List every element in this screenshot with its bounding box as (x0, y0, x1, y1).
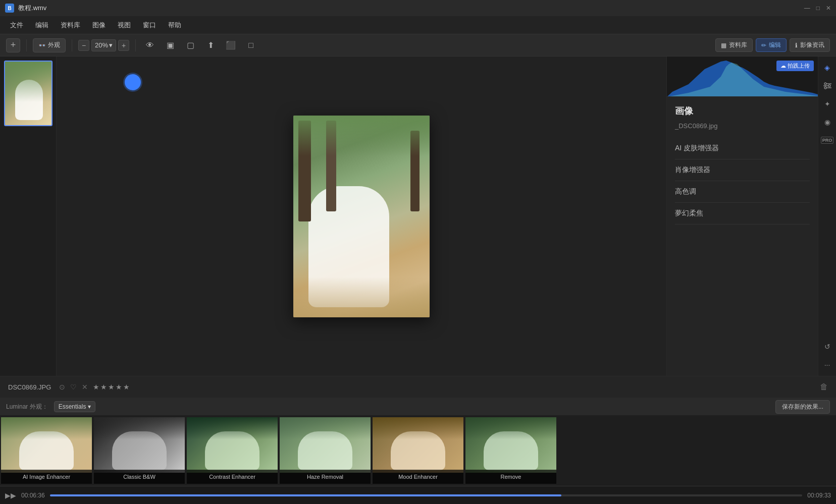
panel-title: 画像 (675, 105, 810, 117)
main-photo (293, 116, 430, 317)
star-3[interactable]: ★ (108, 383, 115, 391)
toolbar: + 👓 外观 − 20% ▾ + 👁 ▣ ▢ ⬆ ⬛ □ ▦ 资料库 ✏ 编辑 … (0, 34, 836, 57)
thumbnail-image (5, 62, 51, 125)
sidebar-icon-layers[interactable]: ◈ (820, 61, 834, 75)
preset-label-haze: Haze Removal (280, 470, 371, 484)
zoom-value[interactable]: 20% ▾ (91, 39, 116, 51)
menubar: 文件编辑资料库图像视图窗口帮助 (0, 16, 836, 34)
cloud-icon: ☁ (780, 63, 786, 69)
titlebar: B 教程.wmv — □ ✕ (0, 0, 836, 16)
preset-label-bw: Classic B&W (94, 470, 185, 484)
feature-ai-skin[interactable]: AI 皮肤增强器 (675, 138, 810, 159)
info-tab-button[interactable]: ℹ 影像资讯 (790, 38, 830, 52)
appearance-button[interactable]: 👓 外观 (33, 38, 66, 52)
toolbar-separator-2 (72, 39, 72, 51)
menu-item-视图[interactable]: 视图 (113, 19, 136, 32)
add-button[interactable]: + (6, 38, 20, 52)
grid-button[interactable]: ⬛ (223, 38, 239, 52)
total-time: 00:09:33 (807, 492, 831, 499)
preset-label-contrast: Contrast Enhancer (187, 470, 278, 484)
preset-thumb-ai (1, 417, 92, 473)
upload-button[interactable]: ☁ 拍践上传 (776, 61, 814, 71)
preset-item-haze[interactable]: Haze Removal (280, 417, 371, 484)
status-x-icon[interactable]: ✕ (82, 383, 88, 391)
svg-point-2 (828, 85, 830, 87)
preset-item-contrast[interactable]: Contrast Enhancer (187, 417, 278, 484)
star-5[interactable]: ★ (123, 383, 130, 391)
feature-portrait[interactable]: 肖像增强器 (675, 159, 810, 181)
sidebar-icon-history[interactable]: ↺ (820, 340, 834, 354)
appearance-icon: 👓 (38, 42, 46, 49)
menu-item-窗口[interactable]: 窗口 (138, 19, 161, 32)
toolbar-separator (26, 39, 27, 51)
preset-thumb-mood (373, 417, 463, 473)
star-rating[interactable]: ★ ★ ★ ★ ★ (93, 383, 130, 391)
preset-item-bw[interactable]: Classic B&W (94, 417, 185, 484)
svg-point-1 (824, 83, 826, 85)
canvas-area[interactable] (57, 57, 666, 376)
progress-fill (50, 494, 562, 496)
preset-thumb-remove (465, 417, 556, 473)
share-button[interactable]: ⬆ (202, 38, 219, 52)
svg-point-3 (824, 87, 826, 89)
save-looks-button[interactable]: 保存新的效果... (775, 400, 830, 414)
preset-label-mood: Mood Enhancer (373, 470, 463, 484)
zoom-plus-button[interactable]: + (118, 40, 129, 51)
foliage-decoration (293, 116, 430, 156)
sidebar-icon-adjust[interactable] (820, 79, 834, 93)
preset-item-ai[interactable]: AI Image Enhancer (1, 417, 92, 484)
fullscreen-button[interactable]: □ (243, 38, 259, 52)
star-1[interactable]: ★ (93, 383, 99, 391)
looks-bar: Luminar 外观： Essentials ▾ 保存新的效果... (0, 398, 836, 415)
sidebar-icon-pro[interactable]: PRO (820, 133, 834, 147)
preset-thumb-bw (94, 417, 185, 473)
close-button[interactable]: ✕ (826, 5, 831, 12)
menu-item-编辑[interactable]: 编辑 (30, 19, 54, 32)
filename-label: _DSC0869.jpg (675, 122, 810, 130)
dropdown-arrow-icon: ▾ (88, 403, 91, 410)
feature-tone[interactable]: 高色调 (675, 181, 810, 203)
zoom-minus-button[interactable]: − (78, 40, 89, 51)
bottom-container: DSC0869.JPG ⊙ ♡ ✕ ★ ★ ★ ★ ★ 🗑 Luminar 外观… (0, 376, 836, 504)
split-view-button[interactable]: ▣ (162, 38, 178, 52)
star-4[interactable]: ★ (116, 383, 122, 391)
zoom-control: − 20% ▾ + (78, 39, 129, 51)
preset-label-ai: AI Image Enhancer (1, 470, 92, 484)
thumbnail-item[interactable] (4, 61, 53, 126)
menu-item-资料库[interactable]: 资料库 (56, 19, 85, 32)
preset-thumb-haze (280, 417, 371, 473)
preset-item-mood[interactable]: Mood Enhancer (373, 417, 463, 484)
menu-item-文件[interactable]: 文件 (5, 19, 28, 32)
library-icon: ▦ (721, 42, 726, 49)
looks-dropdown[interactable]: Essentials ▾ (54, 401, 96, 412)
status-heart-icon[interactable]: ♡ (70, 383, 77, 391)
minimize-button[interactable]: — (804, 5, 810, 12)
histogram-area: ☁ 拍践上传 (667, 57, 818, 97)
edit-tab-button[interactable]: ✏ 编辑 (756, 38, 787, 52)
preset-label-remove: Remove (465, 470, 556, 484)
library-tab-button[interactable]: ▦ 资料库 (715, 38, 753, 52)
maximize-button[interactable]: □ (816, 5, 820, 12)
progress-bar[interactable] (50, 494, 803, 496)
timeline: ▶▶ 00:06:36 00:09:33 (0, 486, 836, 504)
menu-item-帮助[interactable]: 帮助 (163, 19, 186, 32)
delete-button[interactable]: 🗑 (820, 382, 828, 391)
crop-button[interactable]: ▢ (182, 38, 198, 52)
toolbar-separator-3 (135, 39, 136, 51)
menu-item-图像[interactable]: 图像 (87, 19, 111, 32)
star-2[interactable]: ★ (100, 383, 107, 391)
presets-strip: AI Image Enhancer Classic B&W Contrast E… (0, 415, 836, 486)
status-right: 🗑 (820, 382, 828, 391)
sidebar-icon-more[interactable]: ··· (820, 358, 834, 372)
info-icon: ℹ (795, 42, 798, 49)
current-time: 00:06:36 (21, 492, 45, 499)
feature-dreamy[interactable]: 夢幻柔焦 (675, 203, 810, 225)
preset-item-remove[interactable]: Remove (465, 417, 556, 484)
view-toggle-button[interactable]: 👁 (142, 38, 158, 52)
right-panel: ☁ 拍践上传 画像 _DSC0869.jpg AI 皮肤增强器 肖像增强器 高色… (666, 57, 818, 376)
sidebar-icon-retouch[interactable]: ◉ (820, 115, 834, 129)
window-controls: — □ ✕ (804, 5, 831, 12)
play-button[interactable]: ▶▶ (5, 491, 16, 499)
sidebar-icon-color[interactable]: ✦ (820, 97, 834, 111)
toolbar-right-section: ▦ 资料库 ✏ 编辑 ℹ 影像资讯 (715, 38, 830, 52)
